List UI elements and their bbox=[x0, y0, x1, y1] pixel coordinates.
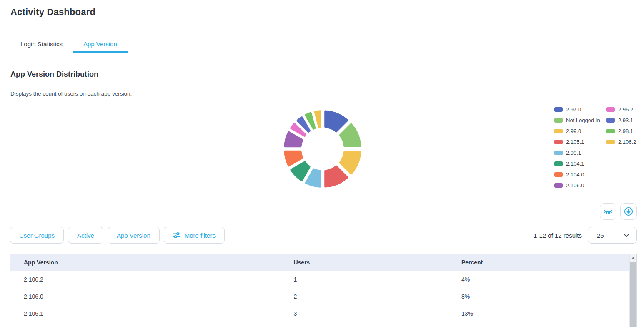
legend-column-1: 2.97.0Not Logged In2.99.02.105.12.99.12.… bbox=[554, 104, 606, 191]
legend-item-2-106-0[interactable]: 2.106.0 bbox=[554, 180, 606, 191]
legend-swatch bbox=[606, 129, 615, 133]
legend-swatch bbox=[554, 183, 563, 188]
filter-bar: User GroupsActiveApp VersionMore filters bbox=[10, 227, 225, 244]
table-scrollbar[interactable] bbox=[629, 254, 636, 327]
filter-button-label: More filters bbox=[185, 232, 216, 239]
cell-users: 3 bbox=[280, 305, 448, 322]
cell-app-version: 2.106.2 bbox=[10, 271, 280, 288]
legend-label: 2.104.1 bbox=[566, 161, 584, 167]
legend-label: 2.105.1 bbox=[566, 139, 584, 145]
legend-label: 2.106.0 bbox=[566, 182, 584, 189]
donut-slice-2-99-1 bbox=[306, 169, 320, 186]
download-chart-button[interactable] bbox=[620, 203, 637, 220]
tab-app-version[interactable]: App Version bbox=[73, 36, 128, 52]
page-size-value: 25 bbox=[597, 232, 604, 239]
table-row-partial bbox=[10, 322, 629, 327]
eye-closed-icon bbox=[603, 207, 613, 216]
section-title: App Version Distribution bbox=[10, 70, 98, 79]
chevron-down-icon bbox=[624, 234, 629, 237]
donut-slice-2-106-0 bbox=[285, 132, 302, 146]
table-row-2-105-1: 2.105.1313% bbox=[10, 305, 629, 322]
donut-slice-not-logged-in bbox=[340, 124, 360, 146]
sliders-icon bbox=[173, 232, 180, 239]
filter-button-label: App Version bbox=[117, 232, 150, 239]
cell-percent: 4% bbox=[448, 271, 629, 288]
cell-app-version: 2.105.1 bbox=[10, 305, 280, 322]
scrollbar-thumb[interactable] bbox=[630, 262, 636, 327]
legend-item-2-105-1[interactable]: 2.105.1 bbox=[554, 136, 606, 147]
chart-legend: 2.97.0Not Logged In2.99.02.105.12.99.12.… bbox=[554, 104, 636, 191]
donut-slice-2-104-0 bbox=[285, 151, 302, 166]
section-description: Displays the count of users on each app … bbox=[10, 91, 132, 97]
filter-button-more-filters[interactable]: More filters bbox=[164, 227, 225, 244]
table-row-2-106-0: 2.106.028% bbox=[10, 288, 629, 305]
app-version-donut-chart bbox=[277, 103, 368, 195]
toolbar: User GroupsActiveApp VersionMore filters… bbox=[10, 227, 637, 244]
legend-swatch bbox=[606, 107, 615, 112]
legend-item-2-106-2[interactable]: 2.106.2 bbox=[606, 136, 636, 147]
table-header-row: App Version Users Percent bbox=[10, 254, 629, 271]
results-count: 1-12 of 12 results bbox=[534, 232, 582, 239]
legend-swatch bbox=[554, 151, 563, 155]
legend-item-2-97-0[interactable]: 2.97.0 bbox=[554, 104, 606, 115]
legend-item-2-98-1[interactable]: 2.98.1 bbox=[606, 126, 636, 136]
legend-item-not-logged-in[interactable]: Not Logged In bbox=[554, 115, 606, 126]
table-row-2-106-2: 2.106.214% bbox=[10, 271, 629, 288]
tab-bar: Login Statistics App Version bbox=[10, 36, 637, 52]
legend-item-2-104-1[interactable]: 2.104.1 bbox=[554, 158, 606, 169]
legend-label: 2.93.1 bbox=[618, 117, 633, 123]
donut-slice-2-99-0 bbox=[340, 152, 360, 174]
download-icon bbox=[624, 206, 634, 216]
legend-item-2-99-0[interactable]: 2.99.0 bbox=[554, 126, 606, 136]
legend-label: Not Logged In bbox=[566, 117, 600, 123]
legend-label: 2.106.2 bbox=[618, 139, 636, 145]
legend-swatch bbox=[554, 118, 563, 123]
filter-button-app-version[interactable]: App Version bbox=[108, 227, 160, 244]
legend-swatch bbox=[554, 140, 563, 144]
cell-percent: 13% bbox=[448, 305, 629, 322]
legend-label: 2.99.1 bbox=[566, 150, 581, 156]
filter-button-label: User Groups bbox=[19, 232, 55, 239]
cell-percent: 8% bbox=[448, 288, 629, 305]
legend-swatch bbox=[554, 172, 563, 177]
legend-item-2-93-1[interactable]: 2.93.1 bbox=[606, 115, 636, 126]
legend-swatch bbox=[554, 161, 563, 166]
cell-users: 1 bbox=[280, 271, 448, 288]
legend-item-2-104-0[interactable]: 2.104.0 bbox=[554, 169, 606, 180]
donut-slice-2-97-0 bbox=[326, 111, 347, 131]
donut-slice-2-104-1 bbox=[291, 162, 309, 180]
page-title: Activity Dashboard bbox=[10, 7, 95, 18]
app-version-table: App Version Users Percent 2.106.214%2.10… bbox=[10, 254, 637, 327]
pagination: 1-12 of 12 results 25 bbox=[534, 227, 637, 244]
filter-button-active[interactable]: Active bbox=[68, 227, 103, 244]
legend-column-2: 2.96.22.93.12.98.12.106.2 bbox=[606, 104, 636, 191]
donut-slice-2-105-1 bbox=[326, 166, 347, 186]
legend-label: 2.99.0 bbox=[566, 128, 581, 134]
column-header-percent: Percent bbox=[448, 254, 629, 271]
legend-item-2-96-2[interactable]: 2.96.2 bbox=[606, 104, 636, 115]
legend-swatch bbox=[606, 140, 615, 144]
legend-label: 2.104.0 bbox=[566, 171, 584, 178]
donut-slice-2-106-2 bbox=[315, 111, 320, 127]
tab-login-statistics[interactable]: Login Statistics bbox=[10, 36, 73, 52]
page-size-select[interactable]: 25 bbox=[588, 227, 637, 244]
column-header-users: Users bbox=[280, 254, 448, 271]
scrollbar-up-button[interactable] bbox=[630, 254, 636, 262]
column-header-app-version: App Version bbox=[10, 254, 280, 271]
legend-label: 2.96.2 bbox=[618, 106, 633, 113]
legend-item-2-99-1[interactable]: 2.99.1 bbox=[554, 147, 606, 158]
legend-swatch bbox=[554, 129, 563, 133]
chart-actions bbox=[600, 203, 637, 220]
tab-app-version-label: App Version bbox=[83, 40, 117, 48]
legend-label: 2.98.1 bbox=[618, 128, 633, 134]
filter-button-user-groups[interactable]: User Groups bbox=[10, 227, 64, 244]
legend-swatch bbox=[554, 107, 563, 112]
tab-login-statistics-label: Login Statistics bbox=[20, 40, 63, 48]
cell-app-version: 2.106.0 bbox=[10, 288, 280, 305]
hide-chart-button[interactable] bbox=[600, 203, 616, 220]
legend-swatch bbox=[606, 118, 615, 123]
legend-label: 2.97.0 bbox=[566, 106, 581, 113]
cell-users: 2 bbox=[280, 288, 448, 305]
filter-button-label: Active bbox=[77, 232, 94, 239]
scrollbar-up-arrow-icon bbox=[631, 257, 635, 259]
